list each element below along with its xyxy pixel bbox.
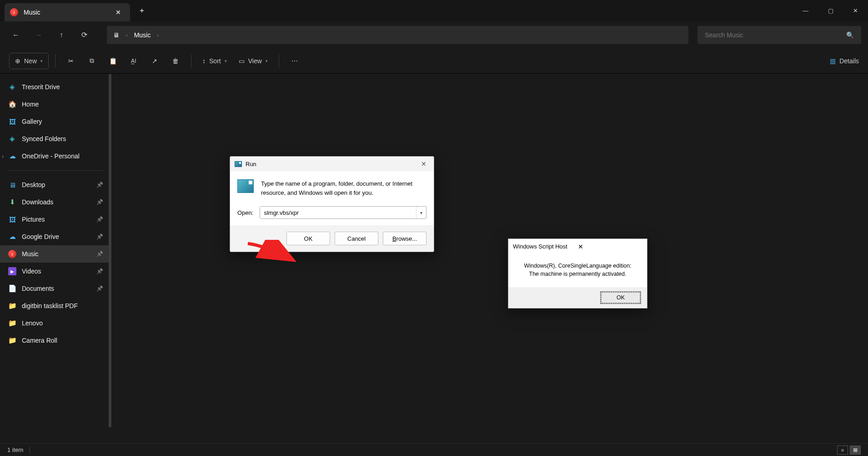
sidebar-item-label: Downloads bbox=[22, 198, 53, 206]
sidebar-item-music[interactable]: ♪Music📌 bbox=[0, 245, 111, 263]
new-tab-button[interactable]: ＋ bbox=[130, 6, 154, 15]
sidebar-item-pictures[interactable]: 🖼Pictures📌 bbox=[0, 211, 111, 228]
paste-button[interactable]: 📋 bbox=[104, 53, 122, 69]
sidebar-item-videos[interactable]: ▶Videos📌 bbox=[0, 263, 111, 280]
sidebar-item-label: Pictures bbox=[22, 216, 45, 223]
pin-icon: 📌 bbox=[96, 199, 103, 205]
details-label: Details bbox=[839, 57, 859, 65]
combobox-dropdown-button[interactable]: ▾ bbox=[416, 207, 426, 218]
separator bbox=[191, 55, 191, 67]
cube-icon: ◈ bbox=[8, 135, 16, 143]
navbar: ← → ↑ ⟳ 🖥 › Music › 🔍 bbox=[0, 21, 868, 48]
sidebar-item-camera-roll[interactable]: 📁Camera Roll bbox=[0, 332, 111, 349]
details-pane-icon: ▥ bbox=[830, 57, 836, 65]
details-pane-button[interactable]: ▥ Details bbox=[830, 57, 859, 65]
wsh-dialog-titlebar[interactable]: Windows Script Host ✕ bbox=[508, 239, 647, 254]
minimize-button[interactable]: — bbox=[793, 0, 818, 21]
maximize-button[interactable]: ▢ bbox=[818, 0, 843, 21]
search-icon: 🔍 bbox=[846, 31, 854, 39]
run-close-button[interactable]: ✕ bbox=[418, 159, 429, 168]
sidebar-item-label: Videos bbox=[22, 268, 41, 275]
folder-icon: 📁 bbox=[8, 336, 16, 345]
run-browse-button[interactable]: Browse... bbox=[383, 232, 426, 245]
share-button[interactable]: ↗ bbox=[146, 53, 164, 69]
sidebar-item-label: Camera Roll bbox=[22, 337, 57, 344]
pictures-icon: 🖼 bbox=[8, 215, 16, 223]
wsh-close-button[interactable]: ✕ bbox=[575, 241, 643, 252]
main: ◈Tresorit Drive🏠Home🖼Gallery◈Synced Fold… bbox=[0, 74, 868, 443]
view-button[interactable]: ▭ View ▾ bbox=[234, 53, 272, 69]
copy-icon: ⧉ bbox=[90, 57, 94, 65]
sidebar-item-label: Tresorit Drive bbox=[22, 83, 60, 91]
sidebar-item-gallery[interactable]: 🖼Gallery bbox=[0, 113, 111, 130]
run-app-icon bbox=[237, 179, 254, 193]
sidebar-item-label: OneDrive - Personal bbox=[22, 152, 80, 160]
window-controls: — ▢ ✕ bbox=[793, 0, 868, 21]
chevron-down-icon: ▾ bbox=[266, 59, 268, 63]
rename-button[interactable]: A̲I bbox=[125, 53, 143, 69]
run-dialog-titlebar[interactable]: Run ✕ bbox=[230, 157, 434, 171]
chevron-down-icon: ▾ bbox=[225, 59, 227, 63]
delete-button[interactable]: 🗑 bbox=[166, 53, 185, 69]
cut-button[interactable]: ✂ bbox=[62, 53, 80, 69]
sort-button[interactable]: ↕ Sort ▾ bbox=[198, 53, 231, 69]
address-bar[interactable]: 🖥 › Music › bbox=[107, 26, 688, 44]
more-button[interactable]: ⋯ bbox=[286, 53, 304, 69]
sidebar-item-desktop[interactable]: 🖥Desktop📌 bbox=[0, 176, 111, 193]
plus-circle-icon: ⊕ bbox=[15, 57, 20, 65]
run-open-input[interactable] bbox=[260, 207, 416, 218]
run-dialog: Run ✕ Type the name of a program, folder… bbox=[230, 156, 434, 252]
sidebar-item-label: Synced Folders bbox=[22, 135, 66, 142]
tab-title: Music bbox=[24, 9, 112, 16]
run-open-combobox[interactable]: ▾ bbox=[260, 206, 426, 219]
sidebar-item-digitbin-tasklist-pdf[interactable]: 📁digitbin tasklist PDF bbox=[0, 297, 111, 314]
forward-button[interactable]: → bbox=[30, 26, 48, 44]
sidebar-item-home[interactable]: 🏠Home bbox=[0, 96, 111, 113]
refresh-button[interactable]: ⟳ bbox=[75, 26, 93, 44]
back-button[interactable]: ← bbox=[7, 26, 25, 44]
copy-button[interactable]: ⧉ bbox=[83, 53, 101, 69]
share-icon: ↗ bbox=[152, 57, 157, 65]
sidebar-item-label: Desktop bbox=[22, 181, 45, 188]
sidebar-item-google-drive[interactable]: ☁Google Drive📌 bbox=[0, 228, 111, 245]
breadcrumb-item[interactable]: Music bbox=[134, 31, 151, 39]
sidebar-item-documents[interactable]: 📄Documents📌 bbox=[0, 280, 111, 297]
paste-icon: 📋 bbox=[109, 57, 117, 65]
list-view-toggle[interactable]: ≡ bbox=[837, 446, 848, 455]
sidebar-item-lenovo[interactable]: 📁Lenovo bbox=[0, 314, 111, 332]
new-button[interactable]: ⊕ New ▾ bbox=[9, 53, 49, 69]
pin-icon: 📌 bbox=[96, 285, 103, 292]
search-box[interactable]: 🔍 bbox=[697, 26, 861, 44]
up-button[interactable]: ↑ bbox=[52, 26, 70, 44]
statusbar: 1 item ≡ ▦ bbox=[0, 443, 868, 456]
tab-close-button[interactable]: ✕ bbox=[112, 7, 125, 18]
sidebar-item-label: Google Drive bbox=[22, 233, 59, 240]
search-input[interactable] bbox=[705, 31, 846, 39]
wsh-ok-button[interactable]: OK bbox=[601, 292, 641, 304]
sidebar-item-onedrive-personal[interactable]: ☁OneDrive - Personal bbox=[0, 147, 111, 165]
close-button[interactable]: ✕ bbox=[843, 0, 868, 21]
sidebar-item-synced-folders[interactable]: ◈Synced Folders bbox=[0, 130, 111, 147]
run-ok-button[interactable]: OK bbox=[286, 232, 330, 245]
chevron-down-icon: ▾ bbox=[40, 59, 43, 63]
view-label: View bbox=[248, 57, 262, 65]
wsh-dialog-footer: OK bbox=[508, 287, 647, 308]
chevron-right-icon: › bbox=[157, 32, 159, 38]
cloud-icon: ☁ bbox=[8, 152, 16, 160]
wsh-dialog-body: Windows(R), CoreSingleLanguage edition: … bbox=[508, 254, 647, 287]
sidebar-item-tresorit-drive[interactable]: ◈Tresorit Drive bbox=[0, 78, 111, 96]
sort-icon: ↕ bbox=[202, 57, 206, 65]
sidebar-item-label: Gallery bbox=[22, 118, 42, 125]
sidebar-item-downloads[interactable]: ⬇Downloads📌 bbox=[0, 193, 111, 211]
thumbnail-view-toggle[interactable]: ▦ bbox=[850, 446, 861, 455]
video-icon: ▶ bbox=[8, 267, 16, 275]
view-icon: ▭ bbox=[239, 57, 245, 65]
cut-icon: ✂ bbox=[68, 57, 74, 65]
run-cancel-button[interactable]: Cancel bbox=[335, 232, 378, 245]
home-icon: 🏠 bbox=[8, 100, 16, 108]
tab-music[interactable]: ♪ Music ✕ bbox=[5, 3, 130, 21]
folder-icon: 📁 bbox=[8, 302, 16, 310]
sidebar-item-label: Music bbox=[22, 250, 39, 258]
sidebar-item-label: Documents bbox=[22, 285, 54, 292]
pin-icon: 📌 bbox=[96, 182, 103, 188]
